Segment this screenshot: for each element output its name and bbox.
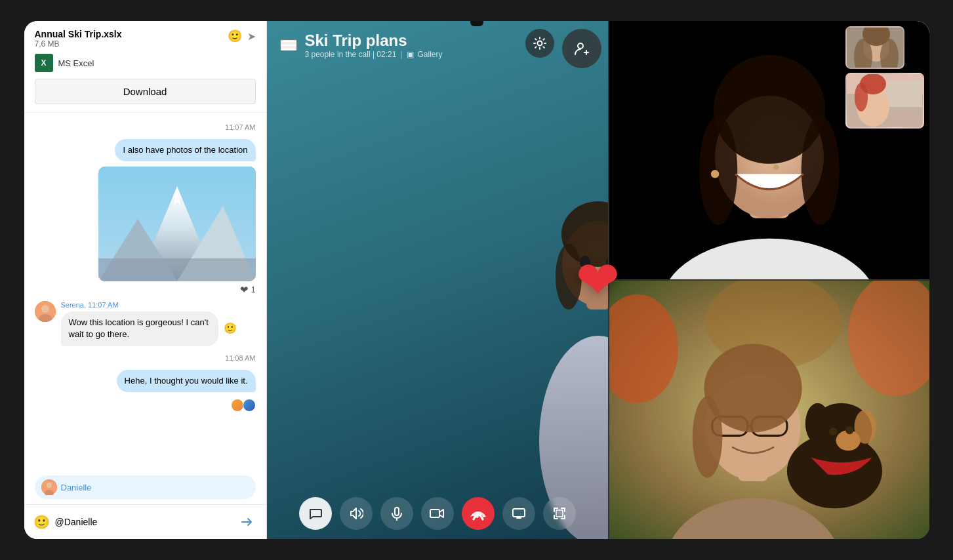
mention-badge[interactable]: Danielle <box>35 475 256 499</box>
svg-rect-5 <box>98 258 256 281</box>
svg-rect-66 <box>513 509 525 517</box>
device-frame: Annual Ski Trip.xslx 7,6 MB 🙂 ➤ X MS Exc… <box>24 21 929 539</box>
svg-point-31 <box>710 170 718 178</box>
svg-point-29 <box>801 116 839 225</box>
video-grid: 😢 😐 🙂 😄 👍 ❤️ ✕ ＋ <box>608 21 929 539</box>
emoji-picker-button[interactable]: 🙂 <box>33 514 50 530</box>
file-name: Annual Ski Trip.xslx <box>35 29 228 39</box>
svg-rect-65 <box>430 510 439 517</box>
svg-point-10 <box>47 483 52 488</box>
mic-button[interactable] <box>380 497 413 530</box>
svg-point-7 <box>41 305 49 313</box>
view-mode-label: Gallery <box>418 50 443 59</box>
add-reaction-btn[interactable]: 🙂 <box>224 321 237 336</box>
mention-avatar <box>41 479 57 495</box>
device-notch <box>470 21 483 26</box>
call-subtitle: 3 people in the call | 02:21 | ▣ Gallery <box>305 50 916 59</box>
seen-avatars <box>231 399 256 412</box>
mini-video-2 <box>845 73 924 129</box>
call-title: Ski Trip plans <box>305 31 916 50</box>
reaction-row[interactable]: ❤ 1 <box>240 284 256 296</box>
mention-name: Danielle <box>61 483 92 492</box>
chat-input[interactable] <box>55 517 231 527</box>
svg-point-28 <box>699 116 737 225</box>
add-person-button[interactable] <box>562 29 601 68</box>
excel-icon: X <box>35 54 53 72</box>
serena-avatar <box>35 301 56 322</box>
chat-input-area: 🙂 <box>24 504 266 539</box>
svg-point-59 <box>805 403 829 444</box>
svg-point-43 <box>855 83 868 111</box>
message-sent-1: I also have photos of the location <box>115 139 255 161</box>
heart-overlay: ❤ <box>576 250 620 311</box>
timestamp-1108: 11:08 AM <box>35 354 256 362</box>
heart-reaction: ❤ <box>240 284 249 296</box>
svg-point-55 <box>692 396 722 477</box>
chat-panel: Annual Ski Trip.xslx 7,6 MB 🙂 ➤ X MS Exc… <box>24 21 267 539</box>
video-panel: Ski Trip plans 3 people in the call | 02… <box>267 21 929 539</box>
svg-rect-67 <box>556 510 563 517</box>
svg-point-12 <box>537 41 542 46</box>
call-people-count: 3 people in the call | 02:21 <box>305 50 397 59</box>
svg-rect-63 <box>395 508 399 515</box>
video-cell-bottom: 😢 😐 🙂 😄 👍 ❤️ ✕ ＋ <box>609 279 929 539</box>
view-mode-icon: ▣ <box>407 50 414 59</box>
svg-point-30 <box>773 165 779 170</box>
message-image[interactable] <box>98 167 256 281</box>
forward-icon[interactable]: ➤ <box>247 30 256 43</box>
menu-button[interactable] <box>280 39 297 51</box>
sender-info: Serena, 11:07 AM <box>61 301 218 309</box>
svg-point-60 <box>854 410 876 444</box>
chat-button[interactable] <box>299 497 332 530</box>
call-controls-bottom <box>267 488 608 539</box>
emoji-icon[interactable]: 🙂 <box>228 29 242 43</box>
fullscreen-button[interactable] <box>543 497 576 530</box>
message-received: Wow this location is gorgeous! I can't w… <box>61 311 218 346</box>
end-call-button[interactable] <box>462 497 495 530</box>
video-button[interactable] <box>421 497 454 530</box>
speaker-button[interactable] <box>340 497 373 530</box>
tiny-avatar-2 <box>243 399 256 412</box>
timestamp-1107: 11:07 AM <box>35 123 256 131</box>
send-button[interactable] <box>236 511 257 532</box>
screen-share-button[interactable] <box>502 497 535 530</box>
settings-button[interactable] <box>525 29 554 58</box>
svg-rect-39 <box>886 81 922 107</box>
svg-point-13 <box>578 43 583 49</box>
file-size: 7,6 MB <box>35 39 228 49</box>
svg-point-62 <box>845 426 853 434</box>
tiny-avatar-1 <box>231 399 244 412</box>
call-controls-top <box>525 29 601 68</box>
file-type-label: MS Excel <box>58 58 94 68</box>
message-sent-2: Hehe, I thought you would like it. <box>117 370 256 392</box>
svg-point-61 <box>829 428 837 435</box>
file-attachment: Annual Ski Trip.xslx 7,6 MB 🙂 ➤ X MS Exc… <box>24 21 266 113</box>
chat-messages: 11:07 AM I also have photos of the locat… <box>24 113 266 470</box>
download-button[interactable]: Download <box>35 79 256 104</box>
message-received-group: Serena, 11:07 AM Wow this location is go… <box>35 301 256 346</box>
reaction-count: 1 <box>251 285 256 294</box>
